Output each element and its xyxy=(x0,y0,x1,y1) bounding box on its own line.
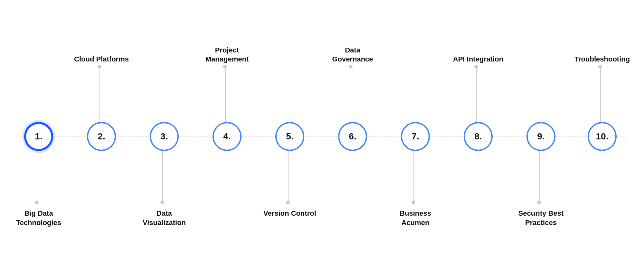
v-line-up-4 xyxy=(225,67,226,122)
v-line-up-2 xyxy=(99,67,100,122)
label-2: Cloud Platforms xyxy=(68,55,135,64)
node-7[interactable]: 7. BusinessAcumen xyxy=(401,122,430,151)
v-line-up-8 xyxy=(476,67,477,122)
label-9: Security BestPractices xyxy=(507,209,575,227)
label-3: DataVisualization xyxy=(130,209,198,227)
v-line-down-9 xyxy=(539,151,540,202)
circle-10[interactable]: 10. xyxy=(588,122,617,151)
circle-4[interactable]: 4. xyxy=(213,122,242,151)
node-5[interactable]: 5. Version Control xyxy=(275,122,304,151)
label-1: Big DataTechnologies xyxy=(5,209,72,227)
circle-2[interactable]: 2. xyxy=(87,122,116,151)
label-6: DataGovernance xyxy=(319,46,386,64)
v-line-down-7 xyxy=(413,151,414,202)
v-line-up-10 xyxy=(600,67,601,122)
dot-7 xyxy=(412,201,415,204)
label-10: Troubleshooting xyxy=(568,55,636,64)
label-5: Version Control xyxy=(256,209,324,218)
circle-7[interactable]: 7. xyxy=(401,122,430,151)
dot-4 xyxy=(223,65,227,69)
dot-6 xyxy=(349,65,353,69)
dot-1 xyxy=(35,201,39,204)
node-8[interactable]: API Integration 8. xyxy=(464,122,493,151)
node-1[interactable]: 1. Big DataTechnologies xyxy=(24,122,53,151)
circle-8[interactable]: 8. xyxy=(464,122,493,151)
circle-6[interactable]: 6. xyxy=(338,122,367,151)
circle-9[interactable]: 9. xyxy=(526,122,555,151)
dot-5 xyxy=(286,201,290,204)
dot-3 xyxy=(160,201,164,204)
dot-10 xyxy=(598,65,602,69)
circle-3[interactable]: 3. xyxy=(150,122,179,151)
node-4[interactable]: ProjectManagement 4. xyxy=(213,122,242,151)
node-6[interactable]: DataGovernance 6. xyxy=(338,122,367,151)
v-line-up-6 xyxy=(351,67,351,122)
node-2[interactable]: Cloud Platforms 2. xyxy=(87,122,116,151)
circle-1[interactable]: 1. xyxy=(24,122,53,151)
circle-5[interactable]: 5. xyxy=(275,122,304,151)
label-4: ProjectManagement xyxy=(193,46,261,64)
v-line-down-5 xyxy=(288,151,289,202)
node-9[interactable]: 9. Security BestPractices xyxy=(526,122,555,151)
v-line-down-1 xyxy=(37,151,37,202)
label-8: API Integration xyxy=(444,55,512,64)
dot-2 xyxy=(98,65,101,69)
node-10[interactable]: Troubleshooting 10. xyxy=(588,122,617,151)
timeline-container: 1. Big DataTechnologies Cloud Platforms … xyxy=(0,11,644,262)
node-3[interactable]: 3. DataVisualization xyxy=(150,122,179,151)
label-7: BusinessAcumen xyxy=(382,209,449,227)
dot-8 xyxy=(474,65,478,69)
dot-9 xyxy=(537,201,541,204)
v-line-down-3 xyxy=(162,151,163,202)
